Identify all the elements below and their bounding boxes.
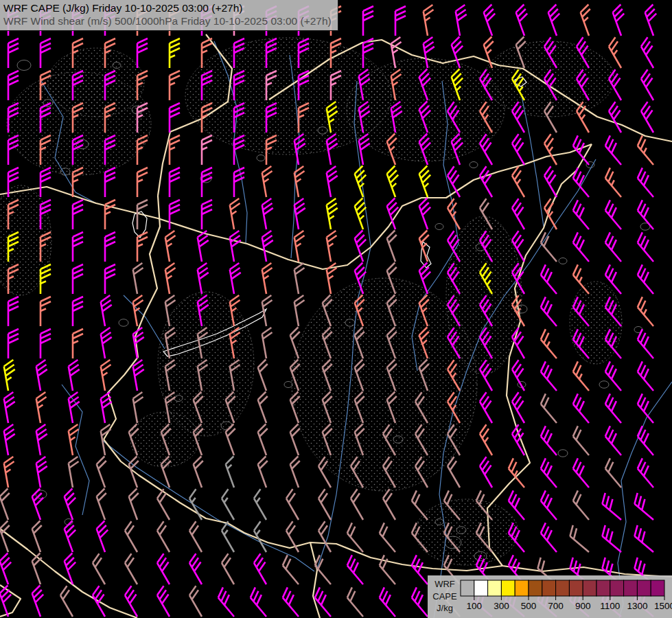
legend-color-swatch [610,580,624,596]
legend-color-swatch [596,580,610,596]
legend-color-swatch [556,580,570,596]
legend-color-swatch [488,580,502,596]
legend-color-swatch [583,580,596,596]
legend-tick-label: 100 [467,601,483,611]
wind-shear-title-line: WRF Wind shear (m/s) 500/1000hPa Friday … [3,14,332,27]
terrain-stipple-area [415,499,518,565]
legend-tick-label: 1500 [654,601,672,611]
legend-color-swatch [461,580,474,596]
cape-title-line: WRF CAPE (J/kg) Friday 10-10-2025 03:00 … [3,1,332,14]
terrain-stipple-area [570,282,622,364]
legend-color-swatch [651,580,664,596]
legend-color-swatch [501,580,515,596]
legend-tick-label: 500 [521,601,537,611]
terrain-stipple-area [48,48,144,117]
legend-tick-label: 1300 [627,601,647,611]
legend-color-scale: 100300500700900110013001500 [461,580,672,615]
legend-title-units: J/kg [429,602,461,615]
legend-tick-label: 300 [494,601,509,611]
legend-color-swatch [624,580,638,596]
weather-map-canvas [0,0,672,618]
legend-color-swatch [637,580,651,596]
legend-color-swatch [515,580,529,596]
legend-title-variable: CAPE [429,591,461,603]
legend-title: WRF CAPE J/kg [429,578,461,615]
legend-tick-label: 900 [575,601,591,611]
legend-tick-label: 1100 [600,601,620,611]
legend-tick-label: 700 [548,601,564,611]
legend-title-model: WRF [429,578,461,591]
map-title-overlay: WRF CAPE (J/kg) Friday 10-10-2025 03:00 … [0,0,338,31]
cape-legend: WRF CAPE J/kg 10030050070090011001300150… [428,575,672,618]
legend-color-swatch [542,580,556,596]
legend-color-swatch [569,580,583,596]
legend-color-swatch [529,580,542,596]
legend-color-swatch [474,580,488,596]
wrf-weather-map-screen: WRF CAPE (J/kg) Friday 10-10-2025 03:00 … [0,0,672,618]
